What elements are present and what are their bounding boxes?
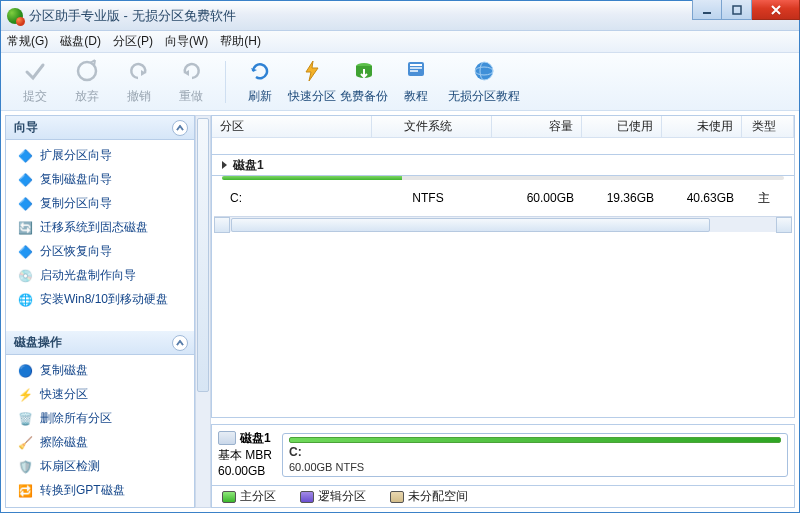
wizard-panel-body: 🔷扩展分区向导 🔷复制磁盘向导 🔷复制分区向导 🔄迁移系统到固态磁盘 🔷分区恢复… xyxy=(6,140,194,316)
cell-fs: NTFS xyxy=(372,191,492,205)
sidebar-item-copy-disk[interactable]: 🔵复制磁盘 xyxy=(6,359,194,383)
close-button[interactable] xyxy=(752,0,800,20)
svg-rect-1 xyxy=(733,6,741,14)
sidebar-item-win-to-go[interactable]: 🌐安装Win8/10到移动硬盘 xyxy=(6,288,194,312)
sidebar-scrollbar[interactable] xyxy=(195,115,211,508)
legend-unalloc: 未分配空间 xyxy=(390,488,468,505)
workspace: 向导 🔷扩展分区向导 🔷复制磁盘向导 🔷复制分区向导 🔄迁移系统到固态磁盘 🔷分… xyxy=(1,111,799,512)
th-used[interactable]: 已使用 xyxy=(582,116,662,137)
discard-icon xyxy=(74,58,100,84)
minimize-icon xyxy=(702,5,712,15)
sidebar-item-migrate-ssd[interactable]: 🔄迁移系统到固态磁盘 xyxy=(6,216,194,240)
sidebar-item-copy-disk-wizard[interactable]: 🔷复制磁盘向导 xyxy=(6,168,194,192)
legend-logical: 逻辑分区 xyxy=(300,488,366,505)
table-header: 分区 文件系统 容量 已使用 未使用 类型 xyxy=(212,116,794,138)
refresh-button[interactable]: 刷新 xyxy=(234,58,286,105)
diskops-panel-body: 🔵复制磁盘 ⚡快速分区 🗑️删除所有分区 🧹擦除磁盘 🛡️坏扇区检测 🔁转换到G… xyxy=(6,355,194,507)
check-icon xyxy=(22,58,48,84)
cell-type: 主 xyxy=(742,190,794,207)
scroll-left-button[interactable] xyxy=(214,217,230,233)
discard-button[interactable]: 放弃 xyxy=(61,58,113,105)
toolbar-sep xyxy=(225,61,226,103)
lightning-icon xyxy=(299,58,325,84)
backup-button[interactable]: 免费备份 xyxy=(338,58,390,105)
sidebar-item-bad-sector[interactable]: 🛡️坏扇区检测 xyxy=(6,455,194,479)
cell-capacity: 60.00GB xyxy=(492,191,582,205)
table-row[interactable]: C: NTFS 60.00GB 19.36GB 40.63GB 主 xyxy=(212,186,794,210)
redo-icon xyxy=(178,58,204,84)
app-window: 分区助手专业版 - 无损分区免费软件 常规(G) 磁盘(D) 分区(P) 向导(… xyxy=(0,0,800,513)
sidebar-item-delete-all[interactable]: 🗑️删除所有分区 xyxy=(6,407,194,431)
disk-usage-bar xyxy=(222,176,784,180)
wizard-panel-header[interactable]: 向导 xyxy=(6,116,194,140)
maximize-button[interactable] xyxy=(722,0,752,20)
undo-button[interactable]: 撤销 xyxy=(113,58,165,105)
sidebar-item-copy-partition-wizard[interactable]: 🔷复制分区向导 xyxy=(6,192,194,216)
titlebar: 分区助手专业版 - 无损分区免费软件 xyxy=(1,1,799,31)
legend-primary: 主分区 xyxy=(222,488,276,505)
disk-map-meta: 磁盘1 基本 MBR 60.00GB xyxy=(218,430,272,480)
logical-swatch xyxy=(300,491,314,503)
partition-segment[interactable]: C: 60.00GB NTFS xyxy=(282,433,788,477)
disk-group-header[interactable]: 磁盘1 xyxy=(212,154,794,176)
migrate-icon: 🔄 xyxy=(16,219,34,237)
tutorial-button[interactable]: 教程 xyxy=(390,58,442,105)
menu-help[interactable]: 帮助(H) xyxy=(220,33,261,50)
globe-icon: 🌐 xyxy=(16,291,34,309)
sidebar-item-bootable-cd[interactable]: 💿启动光盘制作向导 xyxy=(6,264,194,288)
window-buttons xyxy=(692,0,800,20)
quick-partition-button[interactable]: 快速分区 xyxy=(286,58,338,105)
th-type[interactable]: 类型 xyxy=(742,116,794,137)
sidebar-item-wipe-disk[interactable]: 🧹擦除磁盘 xyxy=(6,431,194,455)
undo-icon xyxy=(126,58,152,84)
erase-icon: 🧹 xyxy=(16,434,34,452)
close-icon xyxy=(770,4,782,16)
convert-icon: 🔁 xyxy=(16,482,34,500)
sidebar-item-convert-gpt[interactable]: 🔁转换到GPT磁盘 xyxy=(6,479,194,503)
maximize-icon xyxy=(732,5,742,15)
minimize-button[interactable] xyxy=(692,0,722,20)
lossless-tutorial-button[interactable]: 无损分区教程 xyxy=(442,58,526,105)
cell-used: 19.36GB xyxy=(582,191,662,205)
table-hscrollbar[interactable] xyxy=(214,216,792,232)
table-body: 磁盘1 C: NTFS 60.00GB 19.36GB 40.63GB 主 xyxy=(212,138,794,417)
main-column: 分区 文件系统 容量 已使用 未使用 类型 磁盘1 C: NTFS 60.00G xyxy=(211,115,795,508)
sidebar-item-recover-partition[interactable]: 🔷分区恢复向导 xyxy=(6,240,194,264)
toolbar: 提交 放弃 撤销 重做 刷新 快速分区 免费备份 教程 xyxy=(1,53,799,111)
chevron-up-icon[interactable] xyxy=(172,120,188,136)
app-icon xyxy=(7,8,23,24)
recover-icon: 🔷 xyxy=(16,243,34,261)
menu-partition[interactable]: 分区(P) xyxy=(113,33,153,50)
th-partition[interactable]: 分区 xyxy=(212,116,372,137)
sidebar-panels: 向导 🔷扩展分区向导 🔷复制磁盘向导 🔷复制分区向导 🔄迁移系统到固态磁盘 🔷分… xyxy=(5,115,195,508)
scrollbar-thumb[interactable] xyxy=(197,118,209,392)
menu-wizard[interactable]: 向导(W) xyxy=(165,33,208,50)
chevron-up-icon[interactable] xyxy=(172,335,188,351)
scrollbar-thumb[interactable] xyxy=(231,218,710,232)
cd-icon: 💿 xyxy=(16,267,34,285)
th-free[interactable]: 未使用 xyxy=(662,116,742,137)
th-fs[interactable]: 文件系统 xyxy=(372,116,492,137)
wizard-panel-title: 向导 xyxy=(14,119,38,136)
sidebar-column: 向导 🔷扩展分区向导 🔷复制磁盘向导 🔷复制分区向导 🔄迁移系统到固态磁盘 🔷分… xyxy=(1,111,211,512)
th-capacity[interactable]: 容量 xyxy=(492,116,582,137)
menu-disk[interactable]: 磁盘(D) xyxy=(60,33,101,50)
cell-label: C: xyxy=(212,191,372,205)
lightning-icon: ⚡ xyxy=(16,386,34,404)
backup-icon xyxy=(351,58,377,84)
diskops-panel-header[interactable]: 磁盘操作 xyxy=(6,331,194,355)
menubar: 常规(G) 磁盘(D) 分区(P) 向导(W) 帮助(H) xyxy=(1,31,799,53)
diskops-panel-title: 磁盘操作 xyxy=(14,334,62,351)
partition-usage-segment xyxy=(289,437,781,443)
menu-general[interactable]: 常规(G) xyxy=(7,33,48,50)
cell-free: 40.63GB xyxy=(662,191,742,205)
sidebar-item-quick-partition[interactable]: ⚡快速分区 xyxy=(6,383,194,407)
commit-button[interactable]: 提交 xyxy=(9,58,61,105)
refresh-icon xyxy=(247,58,273,84)
globe-icon xyxy=(471,58,497,84)
sidebar-item-extend-partition[interactable]: 🔷扩展分区向导 xyxy=(6,144,194,168)
primary-swatch xyxy=(222,491,236,503)
scroll-right-button[interactable] xyxy=(776,217,792,233)
redo-button[interactable]: 重做 xyxy=(165,58,217,105)
tutorial-icon xyxy=(403,58,429,84)
